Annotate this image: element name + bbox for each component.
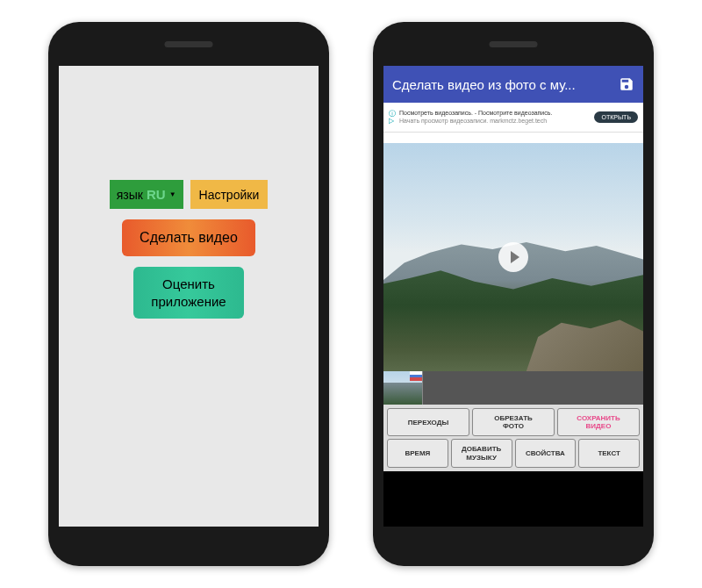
- editor-screen: Сделать видео из фото с му... ⓘ ▷ Посмот…: [383, 66, 643, 527]
- video-preview: [383, 143, 643, 371]
- phone-frame-left: язык RU ▼ Настройки Сделать видео Оценит…: [48, 22, 329, 566]
- toolbar-row-1: ПЕРЕХОДЫ ОБРЕЗАТЬФОТО СОХРАНИТЬВИДЕО: [387, 408, 640, 436]
- rate-line-1: Оценить: [162, 276, 215, 291]
- toolbar-row-2: ВРЕМЯ ДОБАВИТЬМУЗЫКУ СВОЙСТВА ТЕКСТ: [387, 439, 640, 467]
- top-button-row: язык RU ▼ Настройки: [110, 180, 268, 209]
- language-value: RU: [147, 187, 166, 202]
- ad-line-2: Начать просмотр видеозаписи. markmctz.be…: [399, 118, 591, 125]
- flag-overlay-icon: [410, 371, 422, 381]
- time-button[interactable]: ВРЕМЯ: [387, 439, 448, 467]
- language-label: язык: [117, 188, 143, 202]
- add-music-button[interactable]: ДОБАВИТЬМУЗЫКУ: [451, 439, 512, 467]
- transitions-button[interactable]: ПЕРЕХОДЫ: [387, 408, 469, 436]
- rate-app-button[interactable]: Оценить приложение: [133, 267, 243, 319]
- ad-line-1: Посмотреть видеозапись. - Посмотрите вид…: [399, 110, 591, 117]
- text-button[interactable]: ТЕКСТ: [578, 439, 640, 467]
- ad-banner[interactable]: ⓘ ▷ Посмотреть видеозапись. - Посмотрите…: [383, 103, 643, 133]
- app-header: Сделать видео из фото с му...: [383, 66, 643, 103]
- ad-text: Посмотреть видеозапись. - Посмотрите вид…: [399, 110, 591, 125]
- settings-button[interactable]: Настройки: [190, 180, 269, 209]
- header-title: Сделать видео из фото с му...: [392, 77, 576, 92]
- ad-open-button[interactable]: ОТКРЫТЬ: [594, 111, 638, 123]
- make-video-button[interactable]: Сделать видео: [122, 219, 255, 256]
- save-video-button[interactable]: СОХРАНИТЬВИДЕО: [557, 408, 640, 436]
- properties-button[interactable]: СВОЙСТВА: [515, 439, 577, 467]
- main-menu-screen: язык RU ▼ Настройки Сделать видео Оценит…: [59, 66, 319, 527]
- language-button[interactable]: язык RU ▼: [110, 180, 183, 209]
- phone-frame-right: Сделать видео из фото с му... ⓘ ▷ Посмот…: [373, 22, 654, 566]
- ad-badge-icon: ⓘ ▷: [389, 111, 396, 125]
- thumbnail-item[interactable]: [383, 371, 423, 405]
- crop-photo-button[interactable]: ОБРЕЗАТЬФОТО: [472, 408, 555, 436]
- editor-toolbar: ПЕРЕХОДЫ ОБРЕЗАТЬФОТО СОХРАНИТЬВИДЕО ВРЕ…: [383, 405, 643, 471]
- save-icon[interactable]: [619, 76, 634, 92]
- thumbnail-strip: [383, 371, 643, 405]
- play-icon[interactable]: [498, 242, 528, 272]
- bottom-spacer: [383, 471, 643, 527]
- rate-line-2: приложение: [151, 294, 226, 309]
- dropdown-caret-icon: ▼: [169, 190, 176, 198]
